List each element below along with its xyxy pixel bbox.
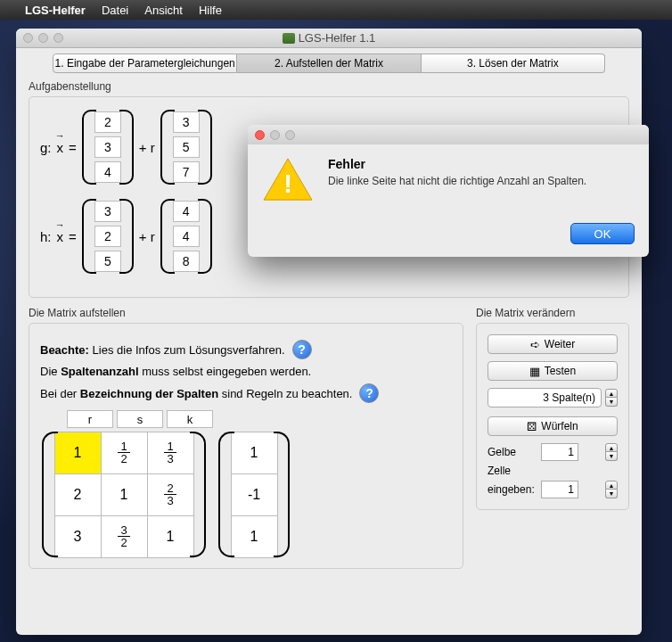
h-v2-1[interactable]: 4	[173, 226, 200, 247]
stepper-down[interactable]: ▼	[605, 398, 618, 407]
l3b: Bezeichnung der Spalten	[80, 387, 218, 400]
main-window: LGS-Helfer 1.1 1. Eingabe der Parameterg…	[16, 29, 642, 635]
stepper-up[interactable]: ▲	[605, 389, 618, 398]
g-vector-1: 2 3 4	[80, 108, 135, 186]
section-matrix-veraendern: ➪Weiter ▦Testen 3 Spalte(n) ▲▼ ⚄Würfeln …	[476, 323, 629, 510]
minimize-icon[interactable]	[38, 33, 48, 43]
matA-2-0[interactable]: 3	[54, 515, 102, 558]
l2b: Spaltenanzahl	[61, 365, 138, 378]
close-icon[interactable]	[23, 33, 33, 43]
window-title: LGS-Helfer 1.1	[16, 31, 642, 45]
g-prefix: g:	[40, 140, 52, 155]
g2-up[interactable]: ▲	[605, 481, 618, 490]
g-v2-2[interactable]: 7	[173, 161, 200, 183]
col-headers: r s k	[67, 410, 452, 428]
help-button-1[interactable]: ?	[292, 340, 312, 359]
svg-text:!: !	[283, 169, 292, 198]
tabs: 1. Eingabe der Parametergleichungen 2. A…	[53, 54, 605, 73]
h-v1-1[interactable]: 2	[94, 226, 121, 247]
h-v2-0[interactable]: 4	[173, 201, 200, 222]
g-vector-2: 3 5 7	[159, 108, 214, 186]
app-icon	[283, 33, 295, 44]
g2-down[interactable]: ▼	[605, 490, 618, 498]
beachte-text: Lies die Infos zum Lösungsverfahren.	[93, 343, 285, 357]
ok-button[interactable]: OK	[570, 223, 635, 244]
h-plus: + r	[139, 229, 155, 244]
g-plus: + r	[139, 140, 155, 155]
h-v2-2[interactable]: 8	[173, 251, 200, 272]
h-v1-0[interactable]: 3	[94, 201, 121, 222]
help-button-2[interactable]: ?	[359, 383, 379, 403]
l3c: sind Regeln zu beachten.	[218, 387, 352, 400]
colh-s[interactable]: s	[117, 410, 163, 428]
matrix-a: 1121321233321	[40, 432, 208, 557]
titlebar: LGS-Helfer 1.1	[16, 29, 642, 48]
menu-datei[interactable]: Datei	[102, 4, 128, 17]
testen-label: Testen	[545, 365, 576, 377]
matA-2-2[interactable]: 1	[147, 515, 194, 558]
h-prefix: h:	[40, 229, 52, 244]
h-eq: =	[69, 229, 77, 244]
g-eq: =	[69, 140, 77, 155]
matA-1-2[interactable]: 23	[147, 473, 194, 516]
g-v1-1[interactable]: 3	[94, 136, 121, 158]
g-v2-0[interactable]: 3	[173, 111, 200, 133]
error-dialog: ! Fehler Die linke Seite hat nicht die r…	[248, 125, 649, 257]
dialog-title: Fehler	[328, 157, 586, 171]
h-vector-2: 4 4 8	[159, 197, 214, 276]
testen-button[interactable]: ▦Testen	[488, 361, 618, 381]
traffic-lights[interactable]	[16, 33, 63, 43]
beachte-label: Beachte:	[40, 343, 89, 357]
tab-2[interactable]: 2. Aufstellen der Matrix	[237, 54, 421, 73]
matA-1-0[interactable]: 2	[54, 473, 102, 516]
spalten-stepper[interactable]: ▲▼	[605, 389, 618, 407]
l3a: Bei der	[40, 387, 80, 400]
g1-down[interactable]: ▼	[605, 452, 618, 461]
gelbe-l3: eingeben:	[488, 483, 537, 496]
matA-0-0[interactable]: 1	[54, 432, 102, 474]
dialog-zoom-icon	[285, 130, 295, 140]
warning-icon: !	[262, 157, 314, 203]
g1-up[interactable]: ▲	[605, 443, 618, 452]
dialog-close-icon[interactable]	[255, 130, 265, 140]
colh-k[interactable]: k	[167, 410, 213, 428]
matA-2-1[interactable]: 32	[101, 515, 148, 558]
spalten-field[interactable]: 3 Spalte(n)	[488, 388, 602, 407]
section2-label: Die Matrix aufstellen	[29, 307, 463, 319]
window-title-text: LGS-Helfer 1.1	[299, 31, 376, 45]
menu-ansicht[interactable]: Ansicht	[144, 4, 183, 17]
matB-0[interactable]: 1	[231, 432, 278, 474]
wuerfeln-button[interactable]: ⚄Würfeln	[488, 416, 618, 436]
colh-r[interactable]: r	[67, 410, 113, 428]
g-v1-0[interactable]: 2	[94, 111, 121, 133]
matA-0-1[interactable]: 12	[101, 432, 148, 474]
g-v2-1[interactable]: 5	[173, 136, 200, 158]
dialog-message: Die linke Seite hat nicht die richtige A…	[328, 175, 586, 187]
matB-2[interactable]: 1	[231, 515, 278, 558]
h-v1-2[interactable]: 5	[94, 251, 121, 272]
test-icon: ▦	[529, 365, 540, 378]
gelbe-stepper-1[interactable]: ▲▼	[605, 443, 618, 461]
matA-1-1[interactable]: 1	[101, 473, 148, 516]
menu-appname[interactable]: LGS-Helfer	[25, 4, 86, 17]
matB-1[interactable]: -1	[231, 473, 278, 516]
arrow-right-icon: ➪	[530, 338, 540, 351]
h-vector-1: 3 2 5	[80, 197, 135, 276]
matA-0-2[interactable]: 13	[147, 432, 194, 474]
gelbe-field-1[interactable]	[541, 443, 578, 461]
g-v1-2[interactable]: 4	[94, 161, 121, 183]
weiter-button[interactable]: ➪Weiter	[488, 334, 618, 354]
gelbe-l1: Gelbe	[488, 446, 537, 458]
gelbe-stepper-2[interactable]: ▲▼	[605, 481, 618, 498]
gelbe-l2: Zelle	[488, 465, 537, 477]
l2a: Die	[40, 365, 61, 378]
menu-hilfe[interactable]: Hilfe	[199, 4, 222, 17]
gelbe-field-2[interactable]	[541, 481, 578, 498]
zoom-icon[interactable]	[53, 33, 63, 43]
weiter-label: Weiter	[545, 338, 575, 350]
section1-label: Aufgabenstellung	[29, 80, 629, 93]
tab-3[interactable]: 3. Lösen der Matrix	[422, 54, 605, 73]
wuerfeln-label: Würfeln	[541, 420, 578, 432]
h-vec-x: x	[55, 229, 66, 244]
tab-1[interactable]: 1. Eingabe der Parametergleichungen	[53, 54, 237, 73]
